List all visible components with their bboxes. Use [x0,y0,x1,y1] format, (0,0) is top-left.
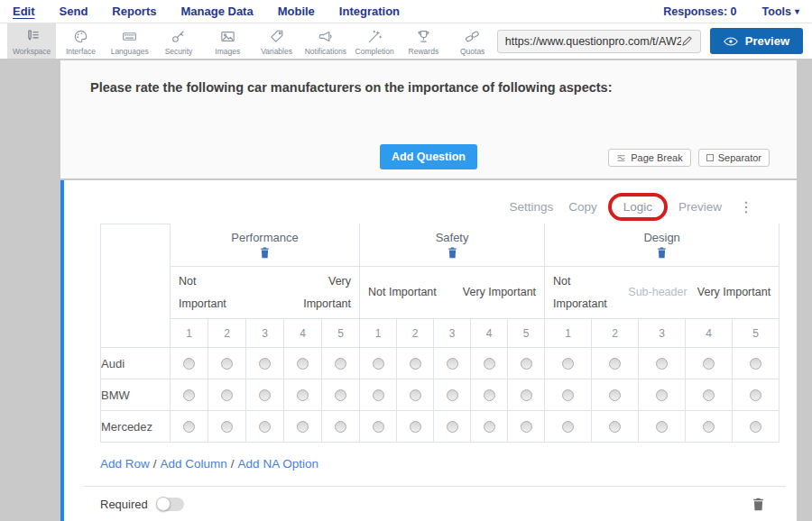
anchor-label-left[interactable]: Not Important [179,270,235,315]
survey-url-field[interactable]: https://www.questionpro.com/t/AW22ZcC [497,30,701,53]
menu-manage-data[interactable]: Manage Data [180,5,253,18]
anchor-label-right[interactable]: Very Important [291,270,351,315]
action-preview[interactable]: Preview [678,200,722,214]
radio-button[interactable] [656,421,668,433]
toolbar-item-workspace[interactable]: Workspace [7,23,56,59]
radio-cell [733,411,780,443]
radio-button[interactable] [297,358,309,370]
radio-button[interactable] [297,389,309,401]
radio-button[interactable] [484,358,495,370]
menu-edit[interactable]: Edit [13,5,35,18]
radio-button[interactable] [335,358,346,370]
action-settings[interactable]: Settings [509,200,553,214]
table-row: Audi [100,348,780,379]
radio-button[interactable] [410,421,421,433]
radio-button[interactable] [259,358,271,370]
anchor-label-left[interactable]: Not Imporatant [553,270,618,315]
radio-button[interactable] [609,421,621,433]
radio-button[interactable] [221,389,233,401]
radio-button[interactable] [447,389,458,401]
toolbar-item-variables[interactable]: Variables [252,23,300,59]
radio-button[interactable] [335,421,346,433]
radio-button[interactable] [221,421,233,433]
row-label-audi[interactable]: Audi [100,348,171,379]
delete-group-trash-icon[interactable] [657,247,667,259]
radio-button[interactable] [221,358,233,370]
delete-group-trash-icon[interactable] [260,247,270,259]
toolbar-item-completion[interactable]: Completion [350,23,399,59]
radio-button[interactable] [562,389,574,401]
radio-button[interactable] [521,421,532,433]
delete-group-trash-icon[interactable] [448,247,457,259]
radio-button[interactable] [183,421,195,433]
radio-button[interactable] [259,389,271,401]
subheader-design: Not Imporatant Sub-header Very Important [545,267,780,319]
radio-button[interactable] [410,358,421,370]
radio-cell [434,348,471,379]
radio-button[interactable] [335,389,346,401]
toolbar-item-images[interactable]: Images [203,23,252,59]
toolbar-item-rewards[interactable]: Rewards [399,23,448,59]
menu-mobile[interactable]: Mobile [278,5,315,18]
radio-button[interactable] [447,421,458,433]
toolbar-item-notifications[interactable]: Notifications [301,23,350,59]
radio-button[interactable] [703,358,715,370]
more-actions-icon[interactable]: ⋮ [737,198,755,215]
required-toggle[interactable] [157,498,184,511]
anchor-label-left[interactable]: Not Important [368,281,437,303]
radio-button[interactable] [609,358,621,370]
radio-button[interactable] [484,389,495,401]
menu-integration[interactable]: Integration [339,5,400,18]
toolbar-item-languages[interactable]: Languages [106,23,154,59]
menu-send[interactable]: Send [60,5,88,18]
group-name-design[interactable]: Design [643,231,679,244]
radio-button[interactable] [656,389,668,401]
radio-button[interactable] [373,421,384,433]
add-question-button[interactable]: Add Question [380,144,477,169]
row-label-bmw[interactable]: BMW [100,379,171,411]
radio-button[interactable] [183,389,195,401]
radio-button[interactable] [447,358,458,370]
radio-button[interactable] [484,421,495,433]
action-copy[interactable]: Copy [568,200,597,214]
radio-button[interactable] [703,421,715,433]
radio-button[interactable] [562,421,574,433]
group-name-performance[interactable]: Performance [231,231,298,244]
add-na-option-link[interactable]: Add NA Option [238,457,318,471]
radio-button[interactable] [521,358,532,370]
radio-button[interactable] [656,358,668,370]
menu-reports[interactable]: Reports [112,5,156,18]
action-logic-highlighted[interactable]: Logic [608,193,668,221]
toolbar-item-security[interactable]: Security [154,23,203,59]
radio-button[interactable] [259,421,271,433]
anchor-label-right[interactable]: Very Important [697,281,770,303]
radio-button[interactable] [521,389,532,401]
radio-button[interactable] [297,421,309,433]
toolbar-item-interface[interactable]: Interface [56,23,105,59]
radio-button[interactable] [609,389,621,401]
preview-button[interactable]: Preview [710,28,803,54]
radio-button[interactable] [750,421,761,433]
group-name-safety[interactable]: Safety [436,231,469,244]
radio-button[interactable] [373,358,384,370]
radio-button[interactable] [703,389,715,401]
edit-url-pencil-icon[interactable] [681,35,693,47]
radio-button[interactable] [183,358,195,370]
tools-menu[interactable]: Tools ▾ [762,5,799,18]
row-label-mercedez[interactable]: Mercedez [100,411,171,443]
add-column-link[interactable]: Add Column [161,457,227,471]
toolbar-item-quotas[interactable]: Quotas [448,23,497,59]
anchor-label-right[interactable]: Very Important [463,281,536,303]
separator-button[interactable]: Separator [698,149,770,167]
responses-count[interactable]: Responses: 0 [663,5,736,18]
add-row-link[interactable]: Add Row [100,457,150,471]
radio-button[interactable] [410,389,421,401]
radio-button[interactable] [750,358,761,370]
radio-button[interactable] [750,389,761,401]
radio-button[interactable] [562,358,574,370]
radio-button[interactable] [373,389,384,401]
delete-question-trash-icon[interactable] [752,498,764,511]
subheader-placeholder[interactable]: Sub-header [628,281,687,303]
question-title-text[interactable]: Please rate the following car manufactur… [60,60,797,95]
page-break-button[interactable]: Page Break [608,149,690,167]
